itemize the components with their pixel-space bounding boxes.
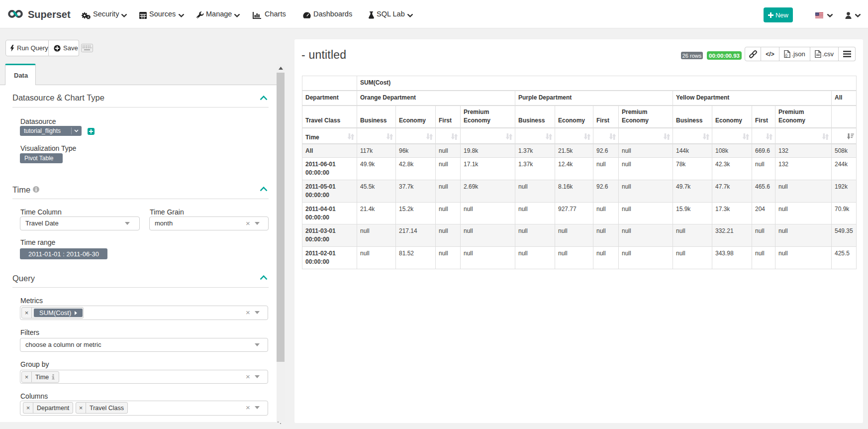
svg-text:{}: {} bbox=[785, 53, 788, 57]
